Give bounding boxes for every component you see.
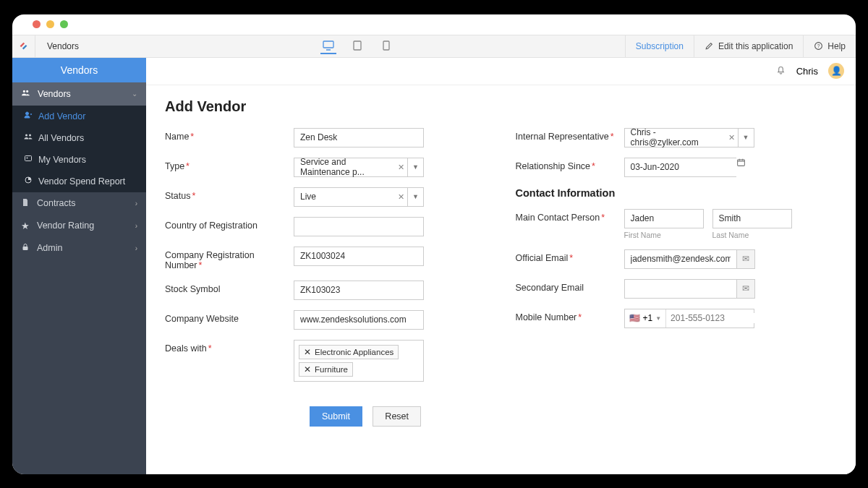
chevron-down-icon[interactable]: ▼	[738, 129, 754, 147]
close-dot[interactable]	[33, 20, 41, 28]
sidebar-title: Vendors	[12, 58, 146, 82]
stock-symbol-input[interactable]	[294, 281, 424, 300]
svg-rect-5	[25, 156, 32, 161]
svg-text:?: ?	[817, 43, 820, 48]
registration-number-input[interactable]	[294, 247, 424, 266]
report-icon	[24, 176, 33, 187]
calendar-icon[interactable]	[736, 158, 746, 177]
form-grid: Name* Type*Service and Maintenance p...✕…	[165, 128, 837, 392]
star-icon: ★	[21, 221, 30, 231]
device-preview-switcher	[320, 38, 394, 54]
clear-icon[interactable]: ✕	[398, 192, 404, 202]
bell-icon[interactable]	[775, 64, 786, 77]
form-actions: Submit Reset	[165, 396, 837, 427]
lock-icon	[21, 243, 30, 254]
official-email-input[interactable]	[624, 249, 736, 269]
name-input[interactable]	[294, 128, 424, 147]
sidebar-item-vendors[interactable]: Vendors ⌄	[12, 82, 146, 106]
breadcrumb[interactable]: Vendors	[35, 41, 90, 51]
chevron-down-icon[interactable]: ▼	[407, 158, 423, 176]
topbar: Vendors Subscription Edit this applicati…	[12, 35, 856, 58]
website-input[interactable]	[294, 310, 424, 330]
us-flag-icon: 🇺🇸	[629, 313, 640, 323]
first-name-input[interactable]	[624, 209, 704, 228]
avatar[interactable]: 👤	[828, 63, 844, 79]
mobile-number-input[interactable]: 🇺🇸+1▼	[624, 309, 754, 328]
svg-rect-1	[354, 41, 361, 50]
relationship-since-datepicker[interactable]	[624, 158, 838, 177]
help-button[interactable]: ? Help	[803, 35, 856, 57]
subscription-link[interactable]: Subscription	[625, 35, 694, 57]
svg-rect-0	[323, 41, 333, 48]
mobile-icon[interactable]	[378, 38, 394, 54]
country-input[interactable]	[294, 217, 424, 236]
country-code-selector[interactable]: 🇺🇸+1▼	[625, 309, 667, 328]
minimize-dot[interactable]	[46, 20, 54, 28]
chevron-right-icon: ›	[135, 222, 137, 230]
help-icon: ?	[814, 41, 823, 51]
remove-tag-icon[interactable]: ✕	[304, 364, 311, 374]
svg-rect-9	[737, 159, 744, 166]
users-icon	[24, 132, 33, 143]
mail-icon: ✉	[736, 249, 755, 269]
sidebar: Vendors Vendors ⌄ Add Vendor All Vendors…	[12, 58, 146, 474]
main-area: Chris 👤 Add Vendor Name* Type*Service an…	[146, 58, 856, 474]
chevron-down-icon[interactable]: ▼	[407, 188, 423, 206]
mac-traffic-lights	[12, 14, 856, 35]
clear-icon[interactable]: ✕	[398, 163, 404, 172]
chevron-right-icon: ›	[135, 244, 137, 252]
form-content: Add Vendor Name* Type*Service and Mainte…	[146, 85, 856, 474]
submit-button[interactable]: Submit	[310, 406, 362, 427]
user-plus-icon	[24, 111, 33, 121]
tablet-icon[interactable]	[349, 38, 365, 54]
user-bar: Chris 👤	[146, 58, 856, 85]
deals-with-tagbox[interactable]: ✕Electronic Appliances ✕Furniture	[294, 340, 424, 382]
tag-furniture[interactable]: ✕Furniture	[299, 362, 353, 377]
tag-electronic-appliances[interactable]: ✕Electronic Appliances	[299, 345, 399, 359]
chevron-down-icon: ⌄	[132, 90, 137, 98]
status-select[interactable]: Live✕▼	[294, 187, 424, 207]
people-icon	[21, 88, 30, 100]
sidebar-item-contracts[interactable]: Contracts ›	[12, 192, 146, 215]
svg-rect-8	[23, 247, 28, 250]
form-right-column: Internal Representative*Chris - chris@zy…	[516, 128, 838, 392]
id-card-icon	[24, 154, 33, 165]
sidebar-item-rating[interactable]: ★ Vendor Rating ›	[12, 215, 146, 237]
sidebar-item-add-vendor[interactable]: Add Vendor	[12, 106, 146, 127]
desktop-icon[interactable]	[320, 38, 336, 54]
reset-button[interactable]: Reset	[373, 406, 421, 427]
page-title: Add Vendor	[165, 98, 837, 115]
zoho-creator-icon	[19, 41, 28, 51]
secondary-email-input[interactable]	[624, 279, 736, 299]
app-window: Vendors Subscription Edit this applicati…	[11, 13, 857, 476]
body: Vendors Vendors ⌄ Add Vendor All Vendors…	[12, 58, 856, 474]
type-select[interactable]: Service and Maintenance p...✕▼	[294, 158, 424, 177]
svg-rect-2	[383, 41, 389, 50]
edit-application-button[interactable]: Edit this application	[694, 35, 803, 57]
document-icon	[21, 198, 30, 209]
sidebar-item-my-vendors[interactable]: My Vendors	[12, 149, 146, 171]
pencil-icon	[705, 41, 714, 51]
internal-rep-select[interactable]: Chris - chris@zylker.com✕▼	[624, 128, 754, 147]
sidebar-item-all-vendors[interactable]: All Vendors	[12, 127, 146, 149]
user-name[interactable]: Chris	[796, 66, 818, 77]
maximize-dot[interactable]	[60, 20, 68, 28]
remove-tag-icon[interactable]: ✕	[304, 347, 311, 357]
chevron-right-icon: ›	[135, 200, 137, 207]
form-left-column: Name* Type*Service and Maintenance p...✕…	[165, 128, 487, 392]
contact-information-heading: Contact Information	[516, 187, 838, 199]
svg-point-6	[27, 158, 28, 159]
app-logo[interactable]	[12, 35, 35, 57]
mail-icon: ✉	[736, 279, 755, 299]
clear-icon[interactable]: ✕	[728, 133, 735, 142]
sidebar-item-admin[interactable]: Admin ›	[12, 237, 146, 260]
last-name-input[interactable]	[712, 209, 792, 228]
topbar-right: Subscription Edit this application ? Hel…	[625, 35, 856, 57]
sidebar-item-spend-report[interactable]: Vendor Spend Report	[12, 171, 146, 192]
chevron-down-icon: ▼	[655, 315, 661, 322]
